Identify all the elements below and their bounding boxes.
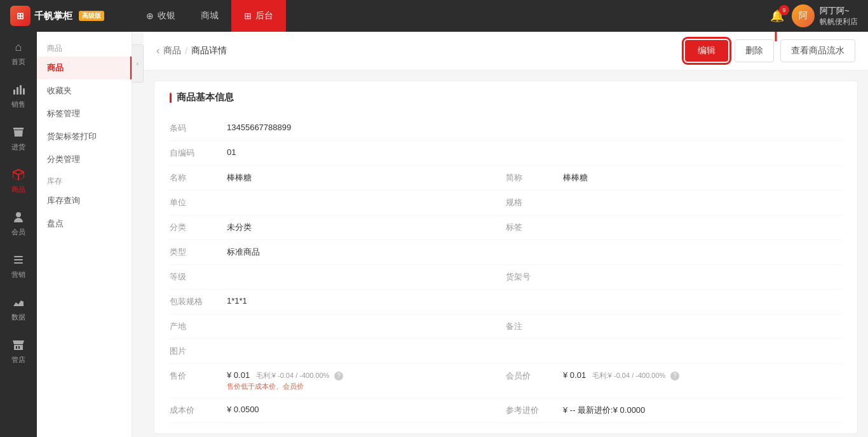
type-value: 标准商品 [227,246,842,258]
secondary-sidebar: 商品 商品 收藏夹 标签管理 货架标签打印 分类管理 库存 库存查询 盘点 [37,32,132,437]
sidebar-menu-category[interactable]: 分类管理 [37,148,132,171]
nav-backend[interactable]: ⊞ 后台 [231,0,286,32]
home-icon: ⌂ [11,39,26,55]
logo-badge: 高级版 [79,11,104,21]
data-label: 数据 [11,313,25,322]
sidebar-menu-inventory-check[interactable]: 盘点 [37,212,132,235]
purchase-label: 进货 [11,142,25,152]
mall-label: 商城 [201,10,219,22]
sidebar-menu-shelf-print[interactable]: 货架标签打印 [37,125,132,148]
section-title-goods: 商品 [37,38,132,57]
marketing-label: 营销 [11,270,25,279]
barcode-label: 条码 [170,123,227,134]
tag-row: 标签 [506,215,842,240]
data-icon [11,295,26,310]
sales-label: 销售 [11,100,25,109]
category-value: 未分类 [227,222,506,233]
delete-button[interactable]: 删除 [735,39,774,62]
sidebar-item-marketing[interactable]: 营销 [0,245,37,287]
name-value: 棒棒糖 [227,172,506,184]
member-icon [11,210,26,225]
shelf-no-row: 货架号 [506,265,842,290]
breadcrumb: ‹ 商品 / 商品详情 [156,45,227,57]
sidebar-menu-goods[interactable]: 商品 [37,57,132,79]
cost-price-row: 成本价 ¥ 0.0500 [170,398,506,423]
bell-badge: 9 [779,5,789,15]
sidebar-item-member[interactable]: 会员 [0,202,37,245]
sidebar-item-sales[interactable]: 销售 [0,74,37,117]
sidebar-item-home[interactable]: ⌂ 首页 [0,32,37,74]
top-nav-right: 🔔 9 阿 阿丁阿~ 帆帆便利店 [770,4,868,27]
type-row: 类型 标准商品 [170,240,842,265]
custom-code-value: 01 [227,147,842,157]
shelf-no-label: 货架号 [506,271,563,283]
sale-price-help-icon[interactable]: ? [334,372,343,380]
sidebar-menu-inventory-query[interactable]: 库存查询 [37,189,132,212]
short-name-value: 棒棒糖 [563,172,842,184]
sidebar-menu-favorites[interactable]: 收藏夹 [37,79,132,102]
svg-rect-1 [17,87,18,95]
info-grid: 条码 13455667788899 自编码 01 名称 棒棒糖 简称 棒棒糖 [170,116,842,423]
sidebar-item-purchase[interactable]: 进货 [0,117,37,159]
ref-purchase-label: 参考进价 [506,405,563,416]
bell-button[interactable]: 🔔 9 [770,9,784,23]
section-title: 商品基本信息 [170,91,842,104]
sale-price-row: 售价 ¥ 0.01 毛利:¥ -0.04 / -400.00% ? 售价低于成本… [170,364,506,398]
back-button[interactable]: ‹ [156,45,159,57]
user-store: 帆帆便利店 [820,17,858,27]
cashier-label: 收银 [158,10,175,22]
nav-mall[interactable]: 商城 [188,0,231,32]
custom-code-row: 自编码 01 [170,141,842,166]
svg-rect-0 [13,90,15,95]
short-name-label: 简称 [506,172,563,184]
level-label: 等级 [170,271,227,283]
page-header: ‹ 商品 / 商品详情 编辑 [144,32,868,71]
sales-icon [11,82,26,97]
flow-button[interactable]: 查看商品流水 [780,39,855,62]
left-sidebar: ⌂ 首页 销售 进货 [0,32,37,437]
sidebar-item-data[interactable]: 数据 [0,287,37,330]
top-nav: ⊞ 千帆掌柜 高级版 ⊕ 收银 商城 ⊞ 后台 🔔 9 阿 阿丁阿~ 帆帆便利店 [0,0,868,32]
remark-row: 备注 [506,314,842,339]
avatar: 阿 [792,4,815,27]
package-spec-row: 包装规格 1*1*1 [170,290,842,314]
short-name-row: 简称 棒棒糖 [506,166,842,191]
image-label: 图片 [170,346,227,357]
cost-price-label: 成本价 [170,405,227,416]
image-row: 图片 [170,339,842,364]
ref-purchase-row: 参考进价 ¥ -- 最新进价:¥ 0.0000 [506,398,842,423]
section-title-text: 商品基本信息 [177,91,234,104]
edit-button[interactable]: 编辑 [685,40,728,62]
sidebar-item-goods[interactable]: 商品 [0,159,37,202]
member-price-amount: ¥ 0.01 [563,370,586,380]
origin-row: 产地 [170,314,506,339]
user-name: 阿丁阿~ [820,5,858,17]
sidebar-menu-tag-mgmt[interactable]: 标签管理 [37,102,132,125]
sale-price-label: 售价 [170,370,227,382]
section-title-inventory: 库存 [37,171,132,189]
breadcrumb-parent[interactable]: 商品 [163,45,181,57]
ref-purchase-value: ¥ -- 最新进价:¥ 0.0000 [563,405,842,416]
nav-cashier[interactable]: ⊕ 收银 [133,0,188,32]
member-price-help-icon[interactable]: ? [670,372,679,380]
sidebar-item-store[interactable]: 管店 [0,330,37,372]
package-spec-label: 包装规格 [170,296,227,307]
top-nav-items: ⊕ 收银 商城 ⊞ 后台 [133,0,770,32]
store-label: 管店 [11,355,25,365]
main-content: ‹ 商品 / 商品详情 编辑 [144,32,868,437]
backend-label: 后台 [255,10,273,22]
home-label: 首页 [11,57,25,67]
logo-text: 千帆掌柜 [34,10,72,22]
cost-price-value: ¥ 0.0500 [227,405,506,414]
level-row: 等级 [170,265,506,290]
member-price-value: ¥ 0.01 毛利:¥ -0.04 / -400.00% ? [563,370,842,380]
package-spec-value: 1*1*1 [227,296,842,306]
user-area[interactable]: 阿 阿丁阿~ 帆帆便利店 [792,4,858,27]
unit-row: 单位 [170,191,506,215]
category-row: 分类 未分类 [170,215,506,240]
sidebar-collapse-button[interactable]: ‹ [132,44,144,83]
name-row: 名称 棒棒糖 [170,166,506,191]
purchase-icon [11,124,26,140]
remark-label: 备注 [506,321,563,332]
spec-row: 规格 [506,191,842,215]
